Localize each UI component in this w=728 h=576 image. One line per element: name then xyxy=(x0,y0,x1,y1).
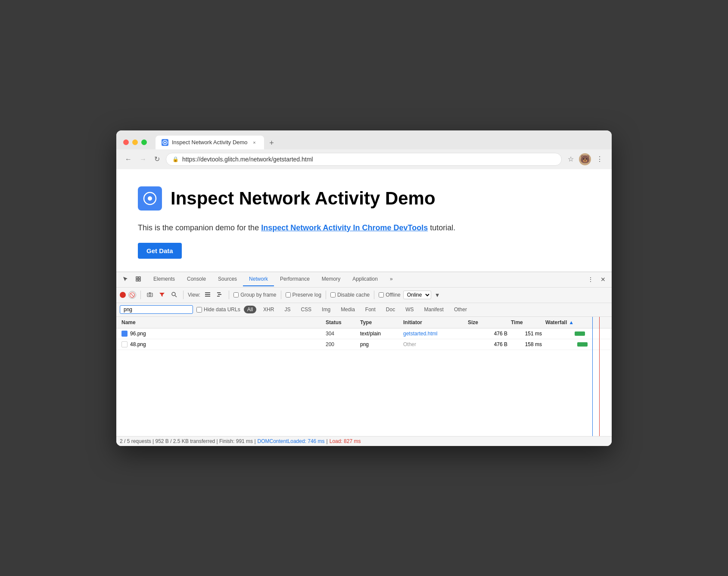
page-header: Inspect Network Activity Demo xyxy=(138,186,590,211)
bookmark-button[interactable]: ☆ xyxy=(566,153,576,165)
devtools-more-tabs[interactable]: » xyxy=(384,273,399,286)
clear-button[interactable]: 🚫 xyxy=(128,291,136,299)
devtools-tab-network[interactable]: Network xyxy=(243,273,274,286)
row1-initiator: getstarted.html xyxy=(401,329,466,338)
filter-js-button[interactable]: JS xyxy=(281,306,294,313)
row1-spacer xyxy=(595,332,608,335)
filter-manifest-button[interactable]: Manifest xyxy=(421,306,447,313)
filter-xhr-button[interactable]: XHR xyxy=(260,306,277,313)
header-status[interactable]: Status xyxy=(324,319,358,326)
svg-rect-13 xyxy=(205,294,210,295)
table-row[interactable]: 96.png 304 text/plain getstarted.html 47… xyxy=(116,328,612,339)
header-type[interactable]: Type xyxy=(358,319,401,326)
record-button[interactable] xyxy=(120,292,126,298)
filter-media-button[interactable]: Media xyxy=(337,306,358,313)
row1-name: 96.png xyxy=(120,329,324,338)
group-by-frame-checkbox[interactable]: Group by frame xyxy=(233,292,276,298)
row1-status: 304 xyxy=(324,329,358,338)
devtools-tab-sources[interactable]: Sources xyxy=(212,273,243,286)
table-header: Name Status Type Initiator Size xyxy=(116,317,612,328)
offline-input[interactable] xyxy=(379,292,384,297)
svg-rect-6 xyxy=(136,279,138,281)
close-button[interactable] xyxy=(123,139,129,145)
page-title: Inspect Network Activity Demo xyxy=(171,188,436,209)
toolbar-separator-1 xyxy=(140,291,141,299)
filter-button[interactable] xyxy=(157,291,167,300)
user-avatar: 🐻 xyxy=(579,153,591,165)
active-tab[interactable]: Inspect Network Activity Demo × xyxy=(156,136,264,149)
title-bar: Inspect Network Activity Demo × + xyxy=(116,130,612,149)
devtools-tab-application[interactable]: Application xyxy=(346,273,384,286)
svg-rect-4 xyxy=(136,277,138,279)
svg-point-10 xyxy=(172,292,175,296)
group-by-frame-input[interactable] xyxy=(233,292,239,297)
get-data-button[interactable]: Get Data xyxy=(138,243,182,259)
disable-cache-input[interactable] xyxy=(330,292,336,297)
devtools-close-button[interactable]: ✕ xyxy=(598,274,608,285)
minimize-button[interactable] xyxy=(132,139,138,145)
browser-window: Inspect Network Activity Demo × + ← → ↻ … xyxy=(116,130,612,446)
devtools-tab-console[interactable]: Console xyxy=(181,273,212,286)
devtools-tabs-bar: Elements Console Sources Network Perform… xyxy=(116,272,612,288)
header-initiator[interactable]: Initiator xyxy=(401,319,466,326)
dom-content-loaded-text: DOMContentLoaded: 746 ms xyxy=(258,438,325,444)
reload-button[interactable]: ↻ xyxy=(152,153,162,165)
filter-all-button[interactable]: All xyxy=(244,306,256,313)
devtools-tab-elements[interactable]: Elements xyxy=(147,273,181,286)
address-bar-input[interactable]: 🔒 https://devtools.glitch.me/network/get… xyxy=(166,153,562,166)
filter-doc-button[interactable]: Doc xyxy=(383,306,398,313)
header-time[interactable]: Time xyxy=(509,319,544,326)
filter-bar: Hide data URLs All XHR JS CSS Img Media … xyxy=(116,303,612,317)
header-name[interactable]: Name xyxy=(120,319,324,326)
header-waterfall[interactable]: Waterfall ▲ xyxy=(544,319,595,326)
header-spacer xyxy=(595,319,608,326)
offline-checkbox[interactable]: Offline xyxy=(379,292,400,298)
svg-rect-16 xyxy=(218,294,221,295)
row1-initiator-link[interactable]: getstarted.html xyxy=(403,331,437,337)
devtools-link[interactable]: Inspect Network Activity In Chrome DevTo… xyxy=(261,223,428,232)
view-waterfall-button[interactable] xyxy=(215,291,224,300)
header-size[interactable]: Size xyxy=(466,319,509,326)
back-button[interactable]: ← xyxy=(123,154,134,165)
table-row[interactable]: 48.png 200 png Other 476 B 158 ms xyxy=(116,339,612,350)
hide-data-urls-input[interactable] xyxy=(196,307,202,313)
filter-input[interactable] xyxy=(120,305,193,314)
cursor-icon-button[interactable] xyxy=(120,274,131,285)
new-tab-button[interactable]: + xyxy=(266,137,278,149)
network-throttle-select[interactable]: Online xyxy=(403,291,431,299)
view-list-button[interactable] xyxy=(203,291,212,300)
page-icon xyxy=(138,186,162,211)
svg-rect-7 xyxy=(139,279,140,281)
filter-other-button[interactable]: Other xyxy=(451,306,470,313)
status-bar: 2 / 5 requests | 952 B / 2.5 KB transfer… xyxy=(116,436,612,446)
filter-ws-button[interactable]: WS xyxy=(402,306,417,313)
row2-waterfall-bar xyxy=(577,342,588,347)
svg-point-3 xyxy=(148,196,152,201)
tab-close-button[interactable]: × xyxy=(251,139,258,146)
devtools-tab-performance[interactable]: Performance xyxy=(274,273,316,286)
window-controls xyxy=(123,139,147,145)
search-button[interactable] xyxy=(169,291,179,300)
preserve-log-checkbox[interactable]: Preserve log xyxy=(286,292,321,298)
camera-button[interactable] xyxy=(145,291,155,300)
row2-type: png xyxy=(358,340,401,349)
hide-data-urls-checkbox[interactable]: Hide data URLs xyxy=(196,307,240,313)
devtools-menu-button[interactable]: ⋮ xyxy=(585,274,596,285)
disable-cache-checkbox[interactable]: Disable cache xyxy=(330,292,370,298)
row2-spacer xyxy=(595,343,608,346)
preserve-log-input[interactable] xyxy=(286,292,291,297)
svg-rect-17 xyxy=(217,296,220,297)
filter-img-button[interactable]: Img xyxy=(318,306,334,313)
file-icon-white xyxy=(121,341,128,347)
forward-button[interactable]: → xyxy=(138,154,148,165)
status-text: 2 / 5 requests | 952 B / 2.5 KB transfer… xyxy=(120,438,256,444)
toolbar-separator-3 xyxy=(229,291,229,299)
filter-font-button[interactable]: Font xyxy=(362,306,379,313)
maximize-button[interactable] xyxy=(141,139,147,145)
filter-css-button[interactable]: CSS xyxy=(297,306,315,313)
devtools-tab-memory[interactable]: Memory xyxy=(316,273,346,286)
inspect-icon-button[interactable] xyxy=(133,274,144,285)
devtools-panel: Elements Console Sources Network Perform… xyxy=(116,272,612,446)
svg-rect-14 xyxy=(205,296,210,297)
menu-button[interactable]: ⋮ xyxy=(594,153,605,165)
